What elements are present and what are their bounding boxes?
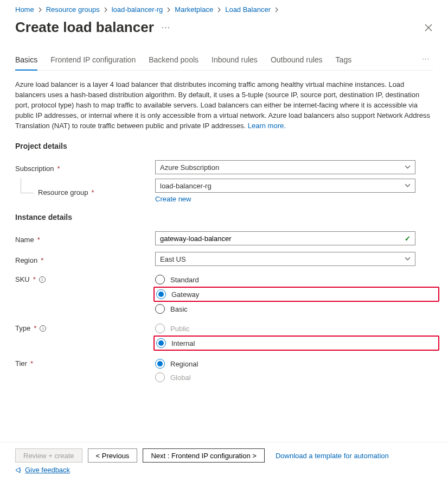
- download-template-link[interactable]: Download a template for automation: [276, 452, 389, 460]
- required-indicator: *: [92, 188, 94, 197]
- project-details-heading: Project details: [15, 142, 433, 150]
- sku-basic-radio[interactable]: Basic: [155, 304, 415, 314]
- required-indicator: *: [34, 324, 36, 332]
- region-label: Region: [15, 256, 37, 264]
- tab-backend-pools[interactable]: Backend pools: [149, 52, 199, 71]
- region-dropdown[interactable]: East US: [155, 252, 415, 266]
- required-indicator: *: [33, 275, 36, 283]
- required-indicator: *: [57, 164, 60, 173]
- resource-group-label: Resource group: [38, 188, 88, 197]
- subscription-dropdown[interactable]: Azure Subscription: [155, 160, 415, 174]
- name-label: Name: [15, 236, 34, 244]
- chevron-right-icon: [215, 7, 223, 12]
- breadcrumb: Home Resource groups load-balancer-rg Ma…: [15, 4, 433, 16]
- tab-inbound-rules[interactable]: Inbound rules: [212, 52, 258, 71]
- tier-regional-radio[interactable]: Regional: [155, 359, 415, 369]
- give-feedback-link[interactable]: Give feedback: [25, 466, 70, 474]
- name-input-wrapper: ✓: [155, 231, 415, 245]
- breadcrumb-rg-name[interactable]: load-balancer-rg: [112, 5, 163, 14]
- resource-group-dropdown[interactable]: load-balancer-rg: [155, 179, 415, 193]
- chevron-down-icon: [405, 182, 411, 190]
- learn-more-link[interactable]: Learn more.: [248, 122, 286, 130]
- name-input[interactable]: [160, 235, 405, 243]
- tree-elbow-icon: [21, 178, 34, 193]
- required-indicator: *: [37, 236, 40, 244]
- tab-basics[interactable]: Basics: [15, 52, 37, 71]
- instance-details-heading: Instance details: [15, 213, 433, 221]
- chevron-right-icon: [36, 7, 44, 12]
- page-title: Create load balancer: [15, 19, 154, 36]
- breadcrumb-resource-groups[interactable]: Resource groups: [46, 5, 100, 14]
- sku-gateway-radio[interactable]: Gateway: [156, 289, 199, 299]
- tier-radio-group: Regional Global: [155, 357, 415, 382]
- sku-radio-group: Standard Gateway Basic: [155, 273, 415, 314]
- check-icon: ✓: [405, 235, 411, 243]
- tab-frontend-ip[interactable]: Frontend IP configuration: [50, 52, 136, 71]
- title-more-menu[interactable]: ···: [162, 23, 170, 33]
- tier-label: Tier: [15, 359, 27, 368]
- info-icon[interactable]: i: [39, 276, 46, 283]
- previous-button[interactable]: < Previous: [88, 448, 138, 463]
- tab-description: Azure load balancer is a layer 4 load ba…: [15, 79, 433, 131]
- required-indicator: *: [30, 359, 33, 368]
- breadcrumb-load-balancer[interactable]: Load Balancer: [225, 5, 271, 14]
- tab-tags[interactable]: Tags: [336, 52, 352, 71]
- type-internal-radio[interactable]: Internal: [156, 338, 195, 348]
- breadcrumb-marketplace[interactable]: Marketplace: [175, 5, 213, 14]
- megaphone-icon: [15, 466, 23, 474]
- breadcrumb-home[interactable]: Home: [15, 5, 34, 14]
- sku-label: SKU: [15, 275, 30, 283]
- chevron-down-icon: [405, 163, 411, 172]
- chevron-right-icon: [102, 7, 110, 12]
- tab-outbound-rules[interactable]: Outbound rules: [271, 52, 323, 71]
- close-icon[interactable]: [424, 23, 433, 32]
- type-public-radio: Public: [155, 324, 415, 333]
- chevron-right-icon: [165, 7, 172, 12]
- subscription-label: Subscription: [15, 164, 54, 173]
- tabs: Basics Frontend IP configuration Backend…: [15, 52, 351, 70]
- chevron-right-icon: [273, 7, 280, 12]
- tabs-more-menu[interactable]: ···: [422, 54, 433, 68]
- review-create-button: Review + create: [15, 448, 82, 463]
- sku-standard-radio[interactable]: Standard: [155, 275, 415, 284]
- next-button[interactable]: Next : Frontend IP configuration >: [143, 448, 265, 463]
- required-indicator: *: [41, 256, 43, 264]
- info-icon[interactable]: i: [40, 325, 46, 332]
- type-label: Type: [15, 324, 30, 332]
- create-new-link[interactable]: Create new: [155, 195, 191, 203]
- chevron-down-icon: [405, 255, 411, 263]
- type-radio-group: Public Internal: [155, 321, 415, 349]
- tier-global-radio: Global: [155, 372, 415, 382]
